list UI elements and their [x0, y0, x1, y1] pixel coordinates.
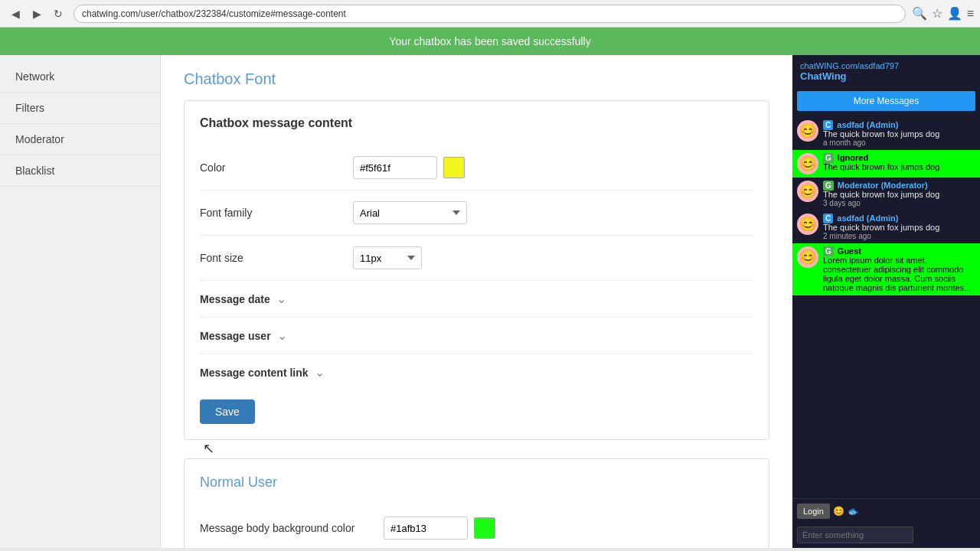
- chat-input[interactable]: [797, 527, 913, 543]
- normal-user-title: Normal User: [200, 474, 753, 491]
- chatbox-font-title: Chatbox Font: [184, 70, 769, 100]
- message-content-title: Chatbox message content: [200, 116, 753, 130]
- msg-content-4: C asdfad (Admin) The quick brown fox jum…: [823, 214, 975, 240]
- font-family-row: Font family Arial Times New Roman Verdan…: [200, 191, 753, 236]
- msg-time-1: a month ago: [823, 139, 975, 147]
- message-user-label: Message user: [200, 330, 271, 342]
- bg-color-label: Message body background color: [200, 522, 384, 534]
- chat-input-area: [792, 523, 980, 548]
- forward-button[interactable]: ▶: [28, 5, 46, 23]
- chat-footer: Login 😊 🐟: [792, 498, 980, 523]
- star-icon[interactable]: ☆: [932, 6, 942, 21]
- chat-message-3: 😊 G Moderator (Moderator) The quick brow…: [792, 178, 980, 210]
- sidebar-item-filters[interactable]: Filters: [0, 93, 160, 124]
- chat-header-url: chatWING.com/asdfad797: [800, 61, 972, 70]
- bg-color-row: Message body background color: [200, 506, 753, 548]
- browser-chrome: ◀ ▶ ↻ 🔍 ☆ 👤 ≡: [0, 0, 980, 28]
- fish-icon[interactable]: 🐟: [848, 506, 859, 517]
- msg-text-2: The quick brown fox jumps dog: [823, 162, 975, 171]
- color-label: Color: [200, 161, 353, 174]
- chat-panel: chatWING.com/asdfad797 ChatWing More Mes…: [792, 55, 980, 548]
- avatar-3: 😊: [797, 181, 818, 202]
- msg-content-1: C asdfad (Admin) The quick brown fox jum…: [823, 120, 975, 147]
- msg-author-1: C asdfad (Admin): [823, 120, 975, 129]
- msg-time-4: 2 minutes ago: [823, 232, 975, 240]
- color-swatch[interactable]: [443, 157, 465, 178]
- color-row: Color: [200, 145, 753, 191]
- message-content-link-row[interactable]: Message content link ⌄: [200, 354, 753, 390]
- msg-content-2: G Ignored The quick brown fox jumps dog: [823, 153, 975, 171]
- chat-message-2: 😊 G Ignored The quick brown fox jumps do…: [792, 150, 980, 178]
- font-size-select[interactable]: 9px 10px 11px 12px 13px 14px: [353, 246, 422, 269]
- chat-messages: 😊 C asdfad (Admin) The quick brown fox j…: [792, 114, 980, 498]
- bg-color-swatch[interactable]: [474, 517, 495, 539]
- login-button[interactable]: Login: [797, 504, 830, 519]
- chevron-down-icon-3: ⌄: [315, 365, 325, 380]
- message-content-link-label: Message content link: [200, 367, 309, 379]
- normal-user-section: Normal User Message body background colo…: [184, 458, 769, 548]
- msg-author-5: G Guest: [823, 246, 975, 256]
- more-messages-button[interactable]: More Messages: [797, 91, 975, 111]
- sidebar-item-network[interactable]: Network: [0, 61, 160, 93]
- emoji-icon[interactable]: 😊: [833, 506, 844, 517]
- avatar-1: 😊: [797, 120, 818, 142]
- chevron-down-icon: ⌄: [276, 292, 286, 306]
- msg-author-4: C asdfad (Admin): [823, 214, 975, 223]
- message-content-section: Chatbox message content Color Font famil…: [184, 100, 769, 440]
- avatar-5: 😊: [797, 246, 818, 268]
- message-date-label: Message date: [200, 293, 270, 305]
- msg-author-3: G Moderator (Moderator): [823, 181, 975, 190]
- success-banner: Your chatbox has been saved successfully: [0, 28, 980, 55]
- avatar-2: 😊: [797, 153, 818, 174]
- msg-text-3: The quick brown fox jumps dog: [823, 190, 975, 199]
- msg-time-3: 3 days ago: [823, 199, 975, 207]
- color-input[interactable]: [353, 156, 437, 179]
- nav-buttons: ◀ ▶ ↻: [6, 5, 67, 23]
- chevron-down-icon-2: ⌄: [277, 328, 287, 343]
- font-size-label: Font size: [200, 252, 353, 264]
- msg-content-3: G Moderator (Moderator) The quick brown …: [823, 181, 975, 207]
- refresh-button[interactable]: ↻: [49, 5, 67, 23]
- browser-icons: 🔍 ☆ 👤 ≡: [912, 6, 974, 21]
- font-family-select[interactable]: Arial Times New Roman Verdana Georgia Co…: [353, 201, 467, 224]
- font-size-control: 9px 10px 11px 12px 13px 14px: [353, 246, 422, 269]
- font-family-label: Font family: [200, 207, 353, 219]
- bg-color-input[interactable]: [384, 517, 468, 540]
- main-layout: Network Filters Moderator Blacklist Chat…: [0, 55, 980, 548]
- sidebar-item-moderator[interactable]: Moderator: [0, 124, 160, 155]
- sidebar-item-blacklist[interactable]: Blacklist: [0, 155, 160, 187]
- sidebar: Network Filters Moderator Blacklist: [0, 55, 161, 548]
- search-icon[interactable]: 🔍: [912, 6, 927, 21]
- chat-message-1: 😊 C asdfad (Admin) The quick brown fox j…: [792, 117, 980, 150]
- back-button[interactable]: ◀: [6, 5, 24, 23]
- message-user-row[interactable]: Message user ⌄: [200, 318, 753, 354]
- msg-text-5: Lorem ipsum dolor sit amet, consectetuer…: [823, 256, 975, 292]
- save-button-1[interactable]: Save: [200, 399, 255, 424]
- chat-message-5: 😊 G Guest Lorem ipsum dolor sit amet, co…: [792, 243, 980, 295]
- chat-message-4: 😊 C asdfad (Admin) The quick brown fox j…: [792, 210, 980, 243]
- message-date-row[interactable]: Message date ⌄: [200, 281, 753, 318]
- msg-text-4: The quick brown fox jumps dog: [823, 223, 975, 232]
- msg-text-1: The quick brown fox jumps dog: [823, 129, 975, 139]
- menu-icon[interactable]: ≡: [967, 7, 974, 21]
- msg-author-2: G Ignored: [823, 153, 975, 162]
- chat-header-brand: ChatWing: [800, 70, 972, 82]
- chat-header: chatWING.com/asdfad797 ChatWing: [792, 55, 980, 88]
- font-size-row: Font size 9px 10px 11px 12px 13px 14px: [200, 236, 753, 281]
- address-bar[interactable]: [74, 5, 906, 23]
- content-area: Chatbox Font Chatbox message content Col…: [161, 55, 792, 548]
- msg-content-5: G Guest Lorem ipsum dolor sit amet, cons…: [823, 246, 975, 292]
- user-icon[interactable]: 👤: [947, 6, 962, 21]
- bg-color-control: [384, 517, 495, 540]
- font-family-control: Arial Times New Roman Verdana Georgia Co…: [353, 201, 467, 224]
- color-control: [353, 156, 465, 179]
- success-message: Your chatbox has been saved successfully: [389, 35, 590, 47]
- avatar-4: 😊: [797, 214, 818, 235]
